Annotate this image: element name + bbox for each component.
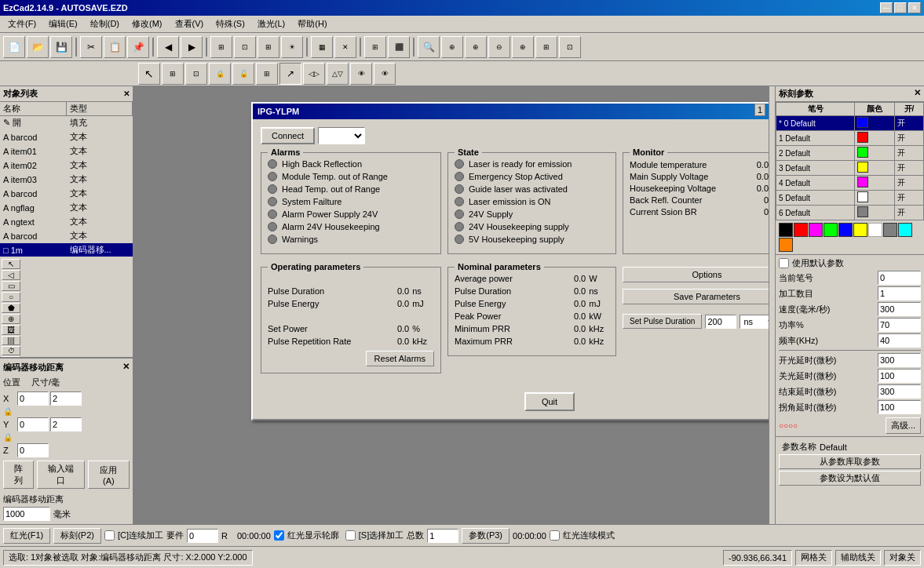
palette-green[interactable] (824, 223, 838, 237)
continuous-mode-checkbox[interactable] (550, 530, 560, 541)
undo-button[interactable]: ◀ (157, 36, 179, 58)
set-default-button[interactable]: 参数设为默认值 (779, 471, 921, 486)
list-item[interactable]: A barcod 文本 (0, 187, 133, 201)
menu-file[interactable]: 文件(F) (2, 16, 42, 31)
palette-black[interactable] (779, 223, 793, 237)
menu-laser[interactable]: 激光(L) (251, 16, 291, 31)
connect-dropdown[interactable] (318, 127, 365, 144)
x-size-input[interactable] (50, 391, 82, 406)
quit-button[interactable]: Quit (524, 392, 575, 411)
pen-row-0[interactable]: * 0 Default 开 (776, 116, 924, 131)
y-size-input[interactable] (50, 417, 82, 431)
menu-help[interactable]: 帮助(H) (291, 16, 333, 31)
copy-button[interactable]: 📋 (104, 36, 126, 58)
menu-modify[interactable]: 修改(M) (126, 16, 169, 31)
continuous-checkbox[interactable] (104, 530, 115, 541)
new-button[interactable]: 📄 (3, 36, 25, 58)
power-input[interactable] (878, 318, 921, 332)
zoom-fit[interactable]: ☀ (281, 36, 303, 58)
left-tool1[interactable]: ↖ (2, 259, 20, 269)
lock2[interactable]: 🔓 (232, 63, 254, 85)
paste-button[interactable]: 📌 (127, 36, 149, 58)
x-pos-input[interactable] (17, 391, 49, 406)
list-item[interactable]: ✎ 開 填充 (0, 116, 133, 130)
total-input[interactable] (427, 529, 458, 543)
encoder-distance-input[interactable] (3, 507, 50, 521)
grid-status[interactable]: 网格关 (795, 550, 832, 566)
apply-button[interactable]: 应用(A) (88, 461, 130, 489)
close-button[interactable]: ✕ (908, 2, 921, 13)
aux-status[interactable]: 辅助线关 (835, 550, 881, 566)
io-button[interactable]: ⊞ (364, 36, 386, 58)
mark-button[interactable]: 标刻(P2) (53, 528, 101, 544)
draw-tool2[interactable]: ⊡ (185, 63, 207, 85)
end-delay-input[interactable] (878, 384, 921, 399)
list-item[interactable]: A ngflag 文本 (0, 201, 133, 215)
pen-row-6[interactable]: 6 Default 开 (776, 206, 924, 220)
left-tool9[interactable]: ⏱ (2, 346, 20, 355)
advanced-button[interactable]: 高级... (886, 417, 921, 434)
draw-tool1[interactable]: ⊞ (162, 63, 184, 85)
show-outline-checkbox[interactable] (274, 530, 284, 541)
zoom-in3[interactable]: ⊕ (465, 36, 487, 58)
right-panel-close[interactable]: ✕ (914, 88, 921, 100)
pen-row-3[interactable]: 3 Default 开 (776, 161, 924, 176)
use-default-checkbox[interactable] (779, 258, 789, 268)
pen-row-1[interactable]: 1 Default 开 (776, 131, 924, 146)
tool3[interactable]: ⊞ (256, 63, 278, 85)
work-count-input[interactable] (878, 286, 921, 300)
left-tool6[interactable]: ⊕ (2, 314, 20, 324)
y-pos-input[interactable] (17, 417, 49, 431)
set-pulse-button[interactable]: Set Pulse Duration (623, 314, 702, 329)
palette-orange[interactable] (779, 238, 793, 252)
mirror-v[interactable]: △▽ (327, 63, 349, 85)
cut-button[interactable]: ✂ (80, 36, 102, 58)
open-button[interactable]: 📂 (27, 36, 49, 58)
save-params-button[interactable]: Save Parameters (623, 289, 775, 304)
zoom-fit3[interactable]: ⊞ (535, 36, 557, 58)
snap-button[interactable]: ⊡ (234, 36, 256, 58)
input-port-button[interactable]: 输入端口 (37, 461, 84, 489)
close-delay-input[interactable] (878, 369, 921, 383)
params-p3-button[interactable]: 参数(P3) (462, 528, 509, 544)
left-tool5[interactable]: ⬟ (2, 303, 20, 313)
zoom-in2[interactable]: ⊕ (441, 36, 463, 58)
list-item[interactable]: A barcod 文本 (0, 229, 133, 243)
reset-alarms-button[interactable]: Reset Alarms (366, 351, 434, 366)
pen-row-4[interactable]: 4 Default 开 (776, 176, 924, 191)
encoder-close[interactable]: ✕ (122, 362, 130, 373)
left-tool7[interactable]: 🖼 (2, 325, 20, 335)
mirror-h[interactable]: ◁▷ (303, 63, 325, 85)
palette-cyan[interactable] (898, 223, 912, 237)
cursor-tool[interactable]: ↗ (279, 63, 301, 85)
palette-red[interactable] (794, 223, 808, 237)
obj-status[interactable]: 对象关 (884, 550, 921, 566)
palette-blue[interactable] (838, 223, 853, 237)
list-item[interactable]: A item02 文本 (0, 158, 133, 173)
object-list-close[interactable]: ✕ (123, 89, 130, 98)
minimize-button[interactable]: — (880, 2, 893, 13)
list-item-selected[interactable]: □ 1m 编码器移... (0, 243, 133, 257)
z-pos-input[interactable] (17, 443, 49, 457)
freq-input[interactable] (878, 333, 921, 348)
corner-delay-input[interactable] (878, 400, 921, 414)
pen-row-2[interactable]: 2 Default 开 (776, 146, 924, 161)
array-button[interactable]: 阵列 (3, 461, 34, 489)
list-item[interactable]: A ngtext 文本 (0, 215, 133, 229)
save-button[interactable]: 💾 (50, 36, 72, 58)
palette-white[interactable] (868, 223, 882, 237)
menu-view[interactable]: 查看(V) (169, 16, 210, 31)
left-tool2[interactable]: ◁ (2, 270, 20, 280)
vertical-scrollbar[interactable] (769, 86, 775, 524)
maximize-button[interactable]: □ (894, 2, 907, 13)
eye-tool[interactable]: 👁 (350, 63, 372, 85)
code-button[interactable]: ⬛ (388, 36, 410, 58)
speed-input[interactable] (878, 302, 921, 316)
red-light-button[interactable]: 红光(F1) (3, 528, 50, 544)
grid-button[interactable]: ⊞ (210, 36, 232, 58)
lock1[interactable]: 🔒 (209, 63, 231, 85)
palette-magenta[interactable] (809, 223, 823, 237)
zoom-out[interactable]: 🔍 (418, 36, 440, 58)
left-tool4[interactable]: ○ (2, 292, 20, 302)
left-tool8[interactable]: |||| (2, 336, 20, 345)
